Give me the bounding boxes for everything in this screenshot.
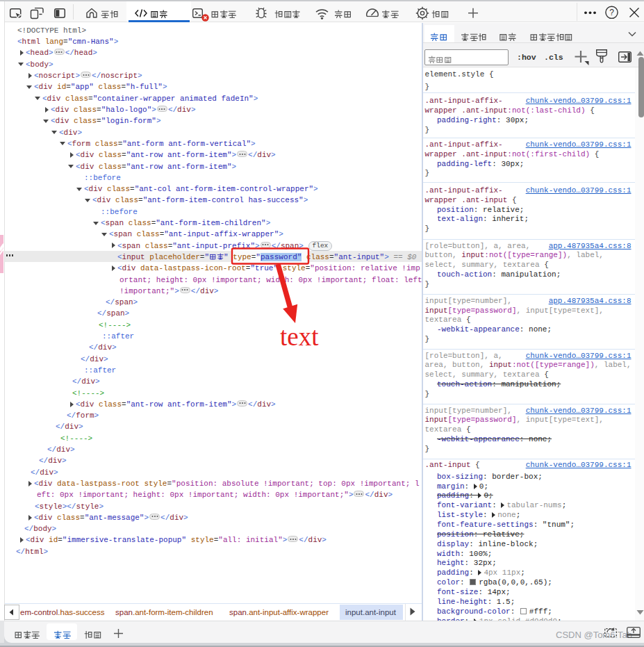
svg-text:?: ?	[609, 8, 614, 17]
